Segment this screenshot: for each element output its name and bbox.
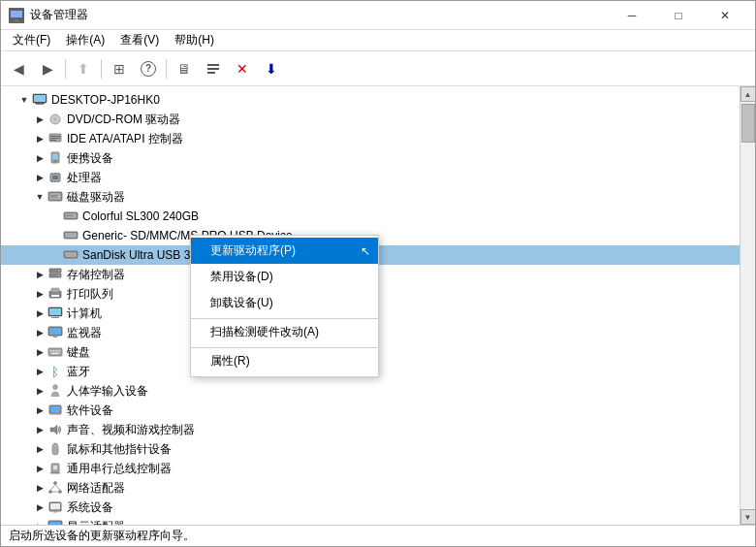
mice-expand-icon[interactable]: ▶	[32, 441, 47, 457]
svg-rect-33	[50, 198, 55, 199]
hid-label: 人体学输入设备	[67, 383, 148, 400]
root-expand-icon[interactable]: ▼	[16, 92, 32, 108]
svg-rect-72	[53, 466, 57, 469]
tree-root[interactable]: ▼ DESKTOP-JP16HK0	[1, 90, 740, 110]
tree-item-hid[interactable]: ▶ 人体学输入设备	[1, 381, 740, 401]
showhide-button[interactable]: ⊞	[106, 55, 133, 82]
scroll-track	[740, 102, 755, 509]
context-menu-scan[interactable]: 扫描检测硬件改动(A)	[191, 318, 378, 345]
tree-item-display[interactable]: ▶ 显示适配器	[1, 517, 740, 525]
monitor-expand-icon[interactable]: ▶	[32, 325, 47, 340]
tree-item-software[interactable]: ▶ 软件设备	[1, 401, 740, 420]
properties-icon	[205, 61, 221, 77]
tree-item-network[interactable]: ▶ 网络适配器	[1, 478, 740, 498]
help-button[interactable]: ?	[135, 55, 162, 82]
status-text: 启动所选设备的更新驱动程序向导。	[9, 528, 195, 544]
context-menu-properties[interactable]: 属性(R)	[191, 347, 378, 374]
tree-item-dvd[interactable]: ▶ DVD/CD-ROM 驱动器	[1, 110, 740, 129]
context-menu-update-driver[interactable]: 更新驱动程序(P) ↖	[191, 238, 378, 264]
context-menu: 更新驱动程序(P) ↖ 禁用设备(D) 卸载设备(U) 扫描检测硬件改动(A) …	[190, 235, 379, 377]
svg-rect-57	[52, 336, 58, 337]
main-area: ▼ DESKTOP-JP16HK0 ▶	[1, 86, 755, 525]
print-expand-icon[interactable]: ▶	[32, 286, 47, 302]
forward-button[interactable]: ▶	[34, 55, 61, 82]
tree-item-mice[interactable]: ▶ 鼠标和其他指针设备	[1, 439, 740, 459]
back-button[interactable]: ◀	[5, 55, 32, 82]
svg-rect-66	[50, 406, 60, 412]
maximize-button[interactable]: □	[656, 1, 701, 30]
sandisk-spacer	[47, 247, 63, 263]
bluetooth-expand-icon[interactable]: ▶	[32, 364, 47, 379]
storage-expand-icon[interactable]: ▶	[32, 267, 47, 282]
uninstall-button[interactable]: ✕	[229, 55, 256, 82]
properties-button[interactable]	[200, 55, 227, 82]
software-expand-icon[interactable]: ▶	[32, 402, 47, 418]
svg-rect-58	[48, 348, 62, 356]
menu-help[interactable]: 帮助(H)	[167, 30, 222, 50]
print-icon	[47, 286, 63, 302]
scroll-thumb[interactable]	[741, 104, 755, 143]
scroll-up-button[interactable]: ▲	[740, 86, 756, 102]
scan-button[interactable]: ⬇	[258, 55, 285, 82]
system-expand-icon[interactable]: ▶	[32, 499, 47, 515]
display-expand-icon[interactable]: ▶	[32, 519, 47, 525]
svg-rect-70	[54, 445, 56, 447]
window-title: 设备管理器	[30, 7, 610, 23]
cursor-icon: ↖	[361, 244, 370, 258]
software-label: 软件设备	[67, 402, 113, 419]
minimize-button[interactable]: ─	[610, 1, 654, 30]
svg-marker-68	[50, 425, 57, 434]
dvd-icon	[47, 112, 63, 127]
help-icon: ?	[141, 61, 156, 77]
portable-expand-icon[interactable]: ▶	[32, 150, 47, 166]
keyboard-expand-icon[interactable]: ▶	[32, 344, 47, 360]
tree-item-processor[interactable]: ▶ 处理器	[1, 168, 740, 187]
sound-expand-icon[interactable]: ▶	[32, 422, 47, 437]
tree-item-ide[interactable]: ▶ IDE ATA/ATAPI 控制器	[1, 129, 740, 148]
device-tree[interactable]: ▼ DESKTOP-JP16HK0 ▶	[1, 86, 740, 525]
menu-file[interactable]: 文件(F)	[5, 30, 58, 50]
processor-expand-icon[interactable]: ▶	[32, 170, 47, 185]
context-menu-uninstall[interactable]: 卸载设备(U)	[191, 290, 378, 316]
screen-button[interactable]: 🖥	[171, 55, 198, 82]
scrollbar-track[interactable]: ▲ ▼	[740, 86, 755, 525]
processor-label: 处理器	[67, 170, 102, 186]
software-icon	[47, 402, 63, 418]
computer2-expand-icon[interactable]: ▶	[32, 306, 47, 321]
display-label: 显示适配器	[67, 519, 125, 526]
tree-item-ports[interactable]: ▶ 通用串行总线控制器	[1, 459, 740, 478]
uninstall-label: 卸载设备(U)	[210, 295, 273, 311]
svg-point-40	[74, 234, 76, 236]
dvd-label: DVD/CD-ROM 驱动器	[67, 112, 180, 128]
toolbar-sep-3	[166, 59, 167, 79]
diskdrives-expand-icon[interactable]: ▼	[32, 189, 47, 205]
colorful-spacer	[47, 209, 63, 224]
close-button[interactable]: ✕	[703, 1, 747, 30]
tree-item-sound[interactable]: ▶ 声音、视频和游戏控制器	[1, 420, 740, 439]
system-label: 系统设备	[67, 499, 113, 516]
disable-label: 禁用设备(D)	[210, 269, 273, 285]
tree-item-system[interactable]: ▶ 系统设备	[1, 498, 740, 517]
window-controls: ─ □ ✕	[610, 1, 747, 30]
scroll-down-button[interactable]: ▼	[740, 509, 756, 525]
dvd-expand-icon[interactable]: ▶	[32, 112, 47, 127]
toolbar-sep-1	[65, 59, 66, 79]
hid-expand-icon[interactable]: ▶	[32, 383, 47, 399]
hid-icon	[47, 383, 63, 399]
bluetooth-icon: ᛒ	[47, 364, 63, 379]
menu-action[interactable]: 操作(A)	[58, 30, 112, 50]
tree-item-colorful[interactable]: Colorful SL300 240GB	[1, 207, 740, 226]
ports-expand-icon[interactable]: ▶	[32, 461, 47, 476]
menu-view[interactable]: 查看(V)	[112, 30, 167, 50]
svg-rect-73	[50, 472, 60, 474]
svg-rect-6	[207, 72, 215, 74]
network-expand-icon[interactable]: ▶	[32, 480, 47, 496]
showhide-icon: ⊞	[113, 61, 125, 77]
context-menu-disable[interactable]: 禁用设备(D)	[191, 264, 378, 290]
ide-expand-icon[interactable]: ▶	[32, 131, 47, 146]
tree-item-portable[interactable]: ▶ 便携设备	[1, 148, 740, 168]
up-button[interactable]: ⬆	[70, 55, 97, 82]
ports-icon	[47, 461, 63, 476]
system-icon	[47, 499, 63, 515]
tree-item-diskdrives[interactable]: ▼ 磁盘驱动器	[1, 187, 740, 207]
